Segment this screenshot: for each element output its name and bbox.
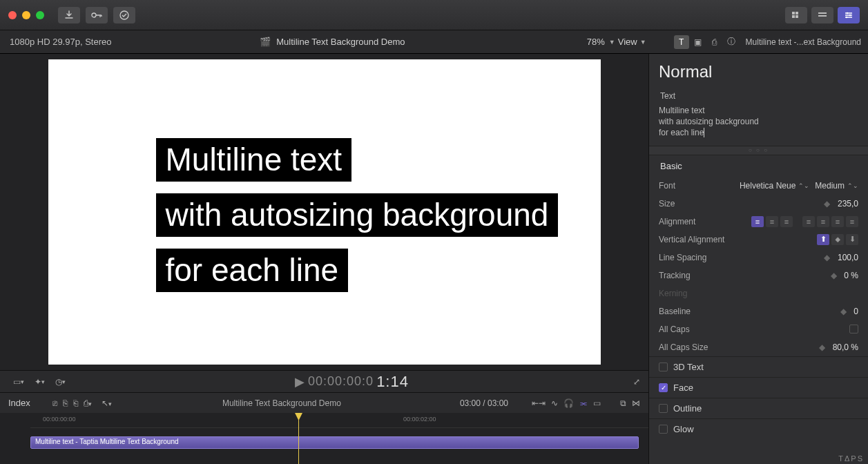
canvas-text-line-1[interactable]: Multiline text [156, 138, 352, 182]
valign-middle-button[interactable]: ⯁ [831, 234, 844, 245]
close-window-button[interactable] [8, 11, 17, 19]
connect-clip-icon[interactable]: ⎚ [52, 398, 57, 408]
minimize-window-button[interactable] [22, 11, 30, 19]
traffic-lights [8, 11, 44, 19]
viewer[interactable]: Multiline text with autosizing backgroun… [0, 54, 648, 370]
download-icon [64, 10, 74, 20]
canvas-text-line-2[interactable]: with autosizing background [156, 193, 559, 237]
align-justify-left-button[interactable]: ≡ [802, 216, 815, 227]
outline-checkbox[interactable] [659, 404, 668, 413]
left-column: Multiline text with autosizing backgroun… [0, 54, 648, 464]
main-content: Multiline text with autosizing backgroun… [0, 54, 868, 464]
timeline[interactable]: 00:00:00:00 00:00:02:00 Multiline text -… [0, 413, 648, 464]
background-tasks-button[interactable] [113, 7, 135, 23]
glow-row[interactable]: Glow [649, 418, 868, 439]
3dtext-row[interactable]: 3D Text [649, 356, 868, 377]
linespacing-value[interactable]: 100,0 [838, 253, 858, 262]
skimming-icon[interactable]: ⇤⇥ [532, 398, 546, 408]
keyframe-icon[interactable]: ◆ [822, 253, 832, 262]
retime-tool[interactable]: ◷▾ [50, 377, 70, 387]
keyframe-icon[interactable]: ◆ [818, 342, 827, 352]
tracking-value[interactable]: 0 % [844, 271, 858, 280]
svg-point-0 [92, 13, 96, 17]
basic-heading: Basic [649, 155, 868, 177]
project-title-text: Multiline Text Background Demo [276, 37, 405, 47]
allcaps-size-value[interactable]: 80,0 % [833, 342, 858, 352]
glow-checkbox[interactable] [659, 425, 668, 434]
audio-skimming-icon[interactable]: ∿ [551, 398, 558, 408]
looping-icon[interactable]: ▭ [593, 398, 601, 408]
size-value[interactable]: 235,0 [838, 199, 858, 209]
project-title: 🎬 Multiline Text Background Demo [260, 37, 405, 47]
3dtext-checkbox[interactable] [659, 362, 668, 371]
kerning-row: Kerning [649, 284, 868, 302]
face-checkbox[interactable] [659, 383, 668, 392]
play-icon[interactable]: ▶ [295, 374, 305, 389]
face-row[interactable]: Face [649, 377, 868, 398]
font-family-picker[interactable]: Helvetica Neue ⌃⌄ [740, 181, 809, 191]
timeline-project-label: Multiline Text Background Demo [222, 398, 341, 408]
align-justify-full-button[interactable]: ≡ [846, 216, 858, 227]
timeline-layout-button[interactable] [811, 7, 833, 23]
timeline-clip[interactable]: Multiline text - Taptia Multiline Text B… [30, 436, 639, 449]
index-button[interactable]: Index [8, 398, 30, 408]
format-label: 1080p HD 29.97p, Stereo [7, 37, 111, 47]
inspector-layout-button[interactable] [838, 7, 860, 23]
inspector-tab-video[interactable]: ▣ [691, 35, 706, 49]
align-center-button[interactable]: ≡ [766, 216, 778, 227]
transform-tool[interactable]: ▭▾ [8, 377, 29, 387]
inspector-separator[interactable]: ○ ○ ○ [649, 146, 868, 155]
align-justify-center-button[interactable]: ≡ [817, 216, 829, 227]
maximize-window-button[interactable] [36, 11, 44, 19]
browser-layout-button[interactable] [785, 7, 807, 23]
canvas[interactable]: Multiline text with autosizing backgroun… [48, 59, 601, 365]
zoom-dropdown[interactable]: 78% ▼ [587, 37, 615, 47]
text-content-field[interactable]: Multiline text with autosizing backgroun… [649, 105, 868, 146]
timeline-ruler[interactable]: 00:00:00:00 00:00:02:00 [30, 413, 648, 428]
check-circle-icon [119, 10, 129, 20]
timeline-effects-icon[interactable]: ⋈ [632, 398, 640, 408]
viewer-subheader: 1080p HD 29.97p, Stereo 🎬 Multiline Text… [0, 30, 868, 54]
valign-bottom-button[interactable]: ⬇ [846, 234, 858, 245]
playhead[interactable] [298, 413, 299, 464]
timecode-display[interactable]: ▶ 00:00:00:01:14 [295, 373, 409, 391]
fullscreen-button[interactable]: ⤢ [633, 377, 640, 387]
allcaps-checkbox[interactable] [849, 325, 858, 334]
append-clip-icon[interactable]: ⎗ [73, 398, 78, 408]
snapping-icon[interactable]: ⫘ [579, 398, 588, 408]
text-style-name[interactable]: Normal [649, 54, 868, 87]
solo-icon[interactable]: 🎧 [563, 398, 574, 408]
svg-point-8 [847, 12, 849, 14]
view-menu[interactable]: View ▼ [618, 37, 646, 47]
svg-rect-7 [818, 15, 827, 17]
inspector-tab-info[interactable]: ⓘ [724, 35, 739, 49]
effects-tool[interactable]: ✦▾ [29, 377, 50, 387]
align-left-button[interactable]: ≡ [751, 216, 764, 227]
outline-row[interactable]: Outline [649, 398, 868, 418]
canvas-text-line-3[interactable]: for each line [156, 249, 349, 292]
select-tool[interactable]: ↖▾ [102, 398, 112, 408]
inspector-panel: Normal Text Multiline text with autosizi… [648, 54, 868, 464]
inspector-tab-share[interactable]: ⎙ [707, 35, 722, 49]
grid-icon [791, 11, 801, 19]
valign-top-button[interactable]: ⬆ [817, 234, 829, 245]
baseline-value[interactable]: 0 [853, 307, 858, 316]
linespacing-label: Line Spacing [659, 253, 731, 262]
inspector-tab-text[interactable]: T [674, 35, 689, 49]
keyframe-icon[interactable]: ◆ [838, 307, 848, 316]
timeline-toolbar: Index ⎚ ⎘ ⎗ ⎙▾ ↖▾ Multiline Text Backgro… [0, 392, 648, 413]
align-justify-right-button[interactable]: ≡ [831, 216, 844, 227]
insert-clip-icon[interactable]: ⎘ [63, 398, 68, 408]
keyword-button[interactable] [86, 7, 108, 23]
import-button[interactable] [58, 7, 80, 23]
list-icon [818, 11, 827, 19]
tracking-row: Tracking ◆ 0 % [649, 267, 868, 284]
keyframe-icon[interactable]: ◆ [829, 271, 838, 280]
valign-row: Vertical Alignment ⬆ ⯁ ⬇ [649, 231, 868, 249]
overwrite-clip-icon[interactable]: ⎙▾ [84, 398, 92, 408]
align-right-button[interactable]: ≡ [780, 216, 793, 227]
keyframe-icon[interactable]: ◆ [822, 199, 832, 209]
allcaps-row: All Caps [649, 320, 868, 338]
timeline-zoom-icon[interactable]: ⧉ [620, 398, 626, 408]
font-weight-picker[interactable]: Medium ⌃⌄ [815, 181, 858, 191]
